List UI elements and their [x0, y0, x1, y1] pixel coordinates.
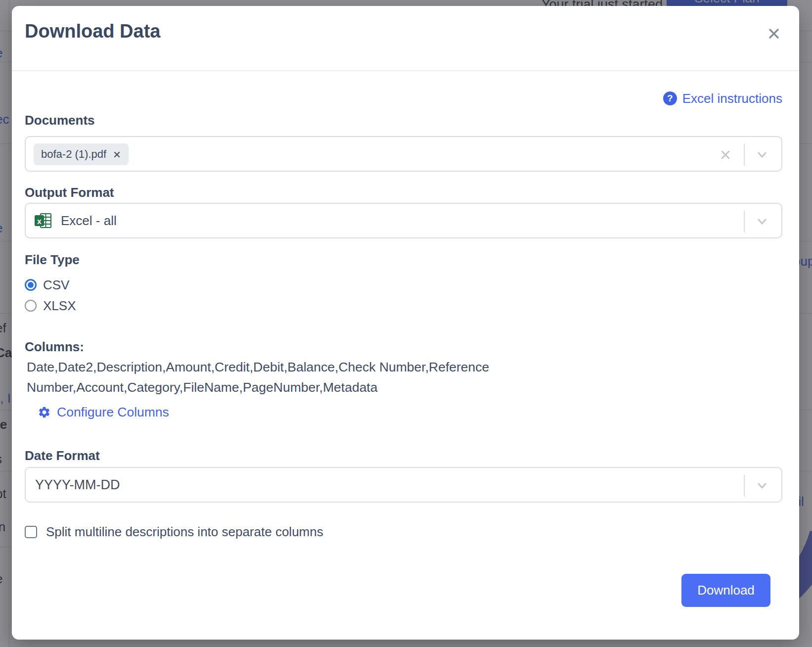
download-data-modal: Download Data ? Excel instructions Docum…: [12, 6, 799, 640]
split-descriptions-label: Split multiline descriptions into separa…: [46, 524, 323, 540]
output-format-select[interactable]: x Excel - all: [25, 203, 782, 238]
output-format-label: Output Format: [25, 185, 114, 200]
remove-document-button[interactable]: [113, 150, 121, 159]
columns-label: Columns:: [25, 339, 84, 355]
excel-instructions-label: Excel instructions: [682, 91, 782, 106]
question-mark-icon: ?: [663, 92, 677, 105]
output-format-dropdown-toggle[interactable]: [755, 215, 769, 230]
columns-value-line2: Number,Account,Category,FileName,PageNum…: [27, 377, 536, 398]
chevron-down-icon: [755, 148, 769, 161]
radio-option-csv[interactable]: CSV: [25, 278, 69, 292]
date-format-select[interactable]: YYYY-MM-DD: [25, 467, 782, 503]
excel-instructions-link[interactable]: ? Excel instructions: [663, 91, 782, 106]
close-icon: [766, 25, 782, 42]
clear-all-documents-button[interactable]: [718, 147, 733, 164]
download-data-page: { "background": { "trial_text": "Your tr…: [0, 0, 812, 647]
document-chip: bofa-2 (1).pdf: [34, 143, 129, 165]
configure-columns-label: Configure Columns: [57, 405, 169, 420]
file-type-label: File Type: [25, 252, 80, 268]
radio-csv-label: CSV: [43, 277, 69, 293]
date-format-label: Date Format: [25, 448, 100, 463]
svg-text:x: x: [37, 217, 42, 226]
chevron-down-icon: [755, 479, 769, 492]
columns-value-line1: Date,Date2,Description,Amount,Credit,Deb…: [27, 357, 536, 377]
field-separator: [744, 211, 745, 232]
radio-unselected-icon: [25, 300, 37, 312]
clear-icon: [718, 147, 733, 162]
document-chip-label: bofa-2 (1).pdf: [41, 148, 106, 161]
field-separator: [744, 475, 745, 497]
gear-icon: [38, 406, 51, 419]
date-format-dropdown-toggle[interactable]: [755, 479, 769, 494]
header-divider: [12, 70, 799, 71]
remove-icon: [113, 150, 121, 159]
radio-option-xlsx[interactable]: XLSX: [25, 299, 76, 313]
radio-selected-icon: [25, 279, 37, 291]
split-descriptions-option[interactable]: Split multiline descriptions into separa…: [25, 524, 323, 539]
documents-dropdown-toggle[interactable]: [755, 148, 769, 163]
configure-columns-link[interactable]: Configure Columns: [38, 405, 169, 419]
date-format-value: YYYY-MM-DD: [35, 468, 120, 502]
radio-xlsx-label: XLSX: [43, 298, 76, 314]
field-separator: [744, 144, 745, 166]
output-format-text: Excel - all: [61, 213, 117, 229]
documents-label: Documents: [25, 113, 95, 128]
modal-title: Download Data: [25, 21, 160, 42]
columns-value: Date,Date2,Description,Amount,Credit,Deb…: [27, 357, 536, 398]
excel-icon: x: [34, 211, 52, 230]
checkbox-unchecked-icon[interactable]: [25, 526, 37, 538]
close-button[interactable]: [764, 24, 784, 44]
output-format-value: x Excel - all: [34, 204, 117, 237]
documents-multiselect[interactable]: bofa-2 (1).pdf: [25, 136, 782, 172]
chevron-down-icon: [755, 215, 769, 228]
download-button[interactable]: Download: [681, 574, 770, 607]
